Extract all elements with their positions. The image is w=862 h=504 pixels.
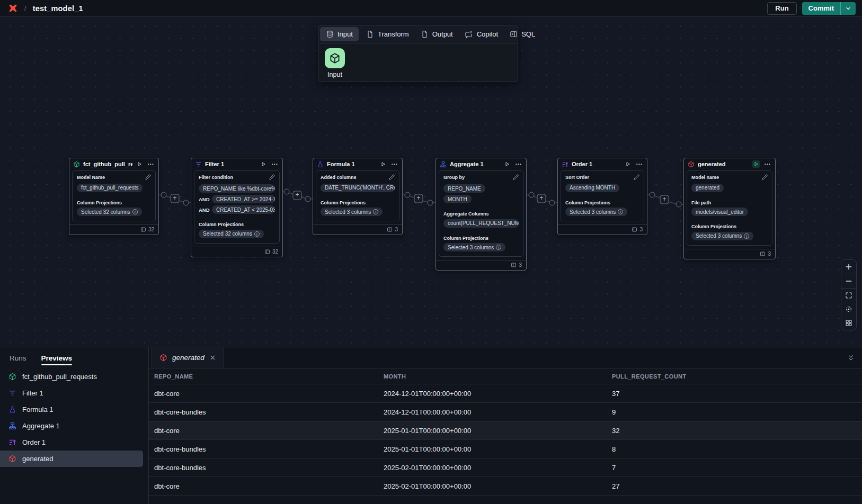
- sidebar-item-aggregate-1[interactable]: Aggregate 1: [0, 418, 143, 434]
- toolbar-tab-sql[interactable]: SQL: [504, 25, 541, 43]
- play-icon[interactable]: [260, 160, 267, 168]
- edit-pencil-icon[interactable]: [634, 174, 639, 180]
- columns-pill[interactable]: Selected 3 columnsi: [691, 232, 753, 240]
- tab-previews[interactable]: Previews: [41, 347, 73, 368]
- edit-pencil-icon[interactable]: [513, 174, 519, 180]
- zoom-out-icon[interactable]: [841, 274, 856, 288]
- columns-pill[interactable]: Selected 3 columnsi: [443, 243, 505, 251]
- locate-icon[interactable]: [841, 302, 856, 316]
- play-icon[interactable]: [503, 160, 511, 168]
- info-icon[interactable]: i: [254, 231, 260, 237]
- columns-pill[interactable]: Selected 3 columnsi: [565, 208, 627, 216]
- sidebar-item-generated[interactable]: generated: [0, 451, 143, 467]
- toolbar-tab-transform[interactable]: Transform: [360, 25, 415, 43]
- groupby-pill[interactable]: REPO_NAME: [443, 184, 485, 193]
- column-header-pull-request-count[interactable]: PULL_REQUEST_COUNT: [607, 373, 862, 380]
- dbt-logo-icon[interactable]: [7, 3, 18, 14]
- add-node-button[interactable]: +: [293, 191, 302, 200]
- condition-pill[interactable]: REPO_NAME like %dbt-core%: [199, 184, 275, 193]
- edit-pencil-icon[interactable]: [269, 174, 275, 180]
- node-aggregate-1[interactable]: Aggregate 1 ⋯ Group by REPO_NAME MONTH A…: [436, 158, 527, 271]
- add-node-button[interactable]: +: [660, 195, 669, 204]
- commit-button[interactable]: Commit: [802, 2, 840, 15]
- condition-pill[interactable]: CREATED_AT >= 2024-12-01: [212, 195, 275, 203]
- collapse-panel-icon[interactable]: [847, 354, 855, 362]
- ellipsis-menu-icon[interactable]: ⋯: [270, 161, 279, 167]
- column-header-repo-name[interactable]: REPO_NAME: [149, 373, 378, 380]
- sidebar-item-order-1[interactable]: Order 1: [0, 434, 143, 451]
- sidebar-item-fct-github-pull-requests[interactable]: fct_github_pull_requests: [0, 368, 143, 385]
- fit-view-icon[interactable]: [841, 289, 856, 302]
- node-generated[interactable]: generated ⋯ Model name generated File pa…: [683, 158, 776, 259]
- play-icon[interactable]: [624, 160, 632, 168]
- toolbar-tab-input[interactable]: Input: [320, 27, 359, 41]
- node-formula-1[interactable]: Formula 1 ⋯ Added columns DATE_TRUNC('MO…: [313, 158, 403, 235]
- condition-pill[interactable]: CREATED_AT < 2025-03-01: [212, 205, 275, 214]
- info-icon[interactable]: i: [496, 245, 501, 250]
- table-row[interactable]: dbt-core-bundles 2024-12-01T00:00:00+00:…: [149, 403, 862, 421]
- sort-pill[interactable]: Ascending MONTH: [565, 184, 619, 192]
- edit-pencil-icon[interactable]: [389, 174, 395, 180]
- run-button[interactable]: Run: [767, 2, 796, 15]
- table-row[interactable]: dbt-core 2024-12-01T00:00:00+00:00 37: [149, 384, 862, 403]
- groupby-pill[interactable]: MONTH: [443, 195, 472, 203]
- ellipsis-menu-icon[interactable]: ⋯: [146, 161, 155, 167]
- output-port[interactable]: [529, 192, 535, 198]
- output-port[interactable]: [405, 192, 411, 198]
- formula-pill[interactable]: DATE_TRUNC('MONTH', CREATED_AT...: [321, 184, 395, 192]
- add-node-button[interactable]: +: [414, 194, 423, 203]
- commit-split-button[interactable]: Commit: [802, 2, 856, 15]
- toolbar-tab-output[interactable]: Output: [415, 25, 459, 43]
- preview-tab-generated[interactable]: generated: [152, 347, 224, 368]
- output-port[interactable]: [284, 189, 290, 195]
- section-label: Filter condition: [199, 175, 233, 180]
- tab-runs[interactable]: Runs: [10, 347, 26, 368]
- input-port[interactable]: [676, 202, 682, 208]
- info-icon[interactable]: i: [373, 209, 378, 214]
- ellipsis-menu-icon[interactable]: ⋯: [635, 161, 644, 167]
- node-fct-github-pull-requests[interactable]: fct_github_pull_requests ⋯ Model Name fc…: [69, 158, 159, 235]
- sidebar-item-formula-1[interactable]: Formula 1: [0, 401, 143, 418]
- table-row[interactable]: dbt-core-bundles 2025-02-01T00:00:00+00:…: [149, 458, 862, 477]
- dag-canvas[interactable]: Input Transform Output: [0, 17, 862, 347]
- table-row[interactable]: dbt-core-bundles 2025-01-01T00:00:00+00:…: [149, 440, 862, 458]
- ellipsis-menu-icon[interactable]: ⋯: [390, 161, 399, 167]
- table-row[interactable]: dbt-core 2025-02-01T00:00:00+00:00 27: [149, 477, 862, 496]
- aggregate-pill[interactable]: count(PULL_REQUEST_NUMBER) as ...: [443, 219, 519, 228]
- info-icon[interactable]: i: [132, 209, 138, 214]
- table-row[interactable]: dbt-core 2025-01-01T00:00:00+00:00 32: [149, 421, 862, 440]
- grid-view-icon[interactable]: [841, 316, 856, 330]
- zoom-in-icon[interactable]: [841, 260, 856, 274]
- close-icon[interactable]: [209, 354, 216, 361]
- input-port[interactable]: [428, 200, 433, 206]
- model-name-pill[interactable]: generated: [691, 184, 724, 192]
- columns-pill[interactable]: Selected 32 columnsi: [77, 208, 142, 216]
- node-order-1[interactable]: Order 1 ⋯ Sort Order Ascending MONTH Col…: [557, 158, 647, 235]
- toolbar-tab-copilot[interactable]: Copilot: [459, 25, 504, 43]
- chevron-down-icon[interactable]: [841, 2, 856, 15]
- ellipsis-menu-icon[interactable]: ⋯: [514, 161, 523, 167]
- output-port[interactable]: [650, 192, 655, 198]
- play-icon[interactable]: [136, 160, 143, 168]
- info-icon[interactable]: i: [744, 233, 749, 239]
- node-filter-1[interactable]: Filter 1 ⋯ Filter condition REPO_NAME li…: [191, 158, 283, 257]
- play-icon[interactable]: [379, 160, 387, 168]
- edit-pencil-icon[interactable]: [762, 174, 768, 180]
- info-icon[interactable]: i: [618, 209, 623, 214]
- value-pill[interactable]: fct_github_pull_requests: [77, 184, 143, 192]
- input-port[interactable]: [183, 200, 189, 206]
- ellipsis-menu-icon[interactable]: ⋯: [763, 161, 772, 167]
- column-header-month[interactable]: MONTH: [378, 373, 607, 380]
- edit-pencil-icon[interactable]: [145, 174, 151, 180]
- add-node-button[interactable]: +: [537, 194, 546, 203]
- output-port[interactable]: [161, 192, 167, 198]
- play-icon[interactable]: [752, 160, 760, 168]
- input-port[interactable]: [549, 200, 555, 206]
- input-port[interactable]: [305, 196, 311, 202]
- input-node-tile[interactable]: Input: [325, 48, 345, 78]
- columns-pill[interactable]: Selected 32 columnsi: [199, 230, 264, 238]
- sidebar-item-filter-1[interactable]: Filter 1: [0, 385, 143, 401]
- add-node-button[interactable]: +: [171, 194, 180, 203]
- file-path-pill[interactable]: models/visual_editor: [691, 208, 748, 216]
- columns-pill[interactable]: Selected 3 columnsi: [321, 208, 383, 216]
